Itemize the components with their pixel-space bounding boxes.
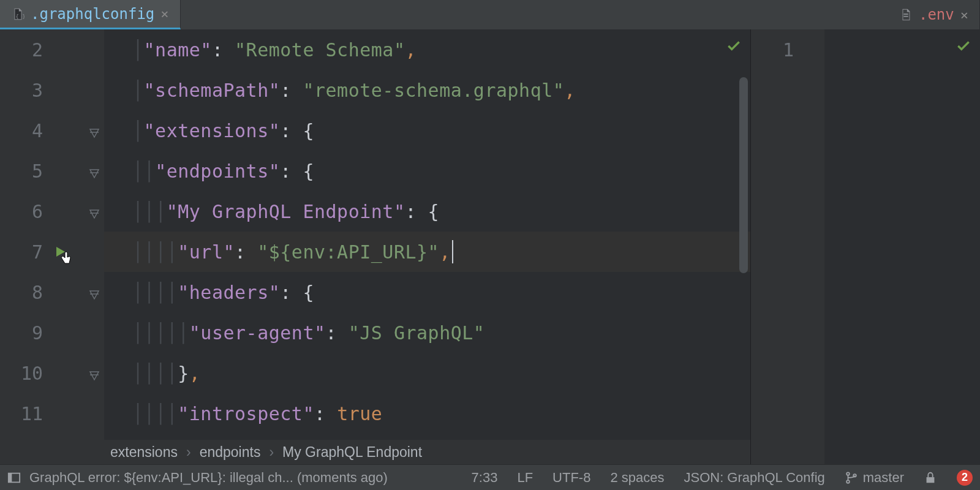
code-line[interactable]: │ "schemaPath": "remote-schema.graphql", xyxy=(104,70,750,110)
tab-label: .graphqlconfig xyxy=(31,6,154,23)
line-number[interactable]: 6 xyxy=(0,191,104,232)
chevron-right-icon: › xyxy=(269,444,274,461)
code-line[interactable]: │ │ │ │ "introspect": true xyxy=(104,393,750,434)
code-line[interactable]: │ │ │ │ │ "user-agent": "JS GraphQL" xyxy=(104,312,750,353)
lock-icon[interactable] xyxy=(924,471,937,484)
code-line[interactable]: │ "name": "Remote Schema", xyxy=(104,29,750,70)
svg-point-10 xyxy=(846,472,850,475)
line-number[interactable]: 4 xyxy=(0,110,104,151)
branch-icon xyxy=(845,471,858,484)
svg-rect-1 xyxy=(903,13,908,15)
scrollbar[interactable] xyxy=(739,77,748,273)
tool-window-icon[interactable] xyxy=(7,471,21,484)
line-number[interactable]: 5 xyxy=(0,151,104,191)
status-git-branch[interactable]: master xyxy=(845,470,904,486)
fold-icon[interactable] xyxy=(88,285,100,299)
branch-name: master xyxy=(863,470,904,486)
svg-text:{ }: { } xyxy=(15,13,24,20)
inspection-ok-icon[interactable] xyxy=(956,38,971,56)
tab-graphqlconfig[interactable]: { } .graphqlconfig × xyxy=(0,0,181,29)
status-error-message[interactable]: GraphQL error: ${env:API_URL}: illegal c… xyxy=(29,470,388,486)
line-number[interactable]: 7 xyxy=(0,232,104,272)
code-line[interactable]: │ │ │ │ "headers": { xyxy=(104,272,750,312)
file-icon: { } xyxy=(11,7,24,21)
code-line[interactable]: │ │ │ "My GraphQL Endpoint": { xyxy=(104,191,750,232)
fold-icon[interactable] xyxy=(88,164,100,178)
close-icon[interactable]: × xyxy=(960,7,968,23)
tab-bar: { } .graphqlconfig × .env × xyxy=(0,0,980,29)
status-indent[interactable]: 2 spaces xyxy=(610,470,664,486)
gutter[interactable]: 234567891011 xyxy=(0,29,104,440)
tab-env[interactable]: .env × xyxy=(888,0,980,29)
status-bar: GraphQL error: ${env:API_URL}: illegal c… xyxy=(0,464,980,490)
fold-icon[interactable] xyxy=(88,205,100,218)
line-number[interactable]: 9 xyxy=(0,312,104,353)
file-icon xyxy=(899,8,913,21)
code-editor[interactable]: │ "name": "Remote Schema",│ "schemaPath"… xyxy=(104,29,750,440)
line-number[interactable]: 1 xyxy=(751,29,824,70)
close-icon[interactable]: × xyxy=(160,6,168,21)
code-editor[interactable] xyxy=(824,29,980,464)
tab-label: .env xyxy=(919,6,954,23)
code-line[interactable]: │ │ │ │ "url": "${env:API_URL}", xyxy=(104,232,750,272)
fold-icon[interactable] xyxy=(88,124,100,137)
breadcrumb-item[interactable]: extensions xyxy=(110,444,178,461)
editor-pane-left: 234567891011 │ "name": "Remote Schema",│… xyxy=(0,29,751,464)
breadcrumb[interactable]: extensions›endpoints›My GraphQL Endpoint xyxy=(0,440,750,464)
svg-rect-13 xyxy=(927,477,935,483)
fold-icon[interactable] xyxy=(88,366,100,380)
status-caret-position[interactable]: 7:33 xyxy=(472,470,498,486)
editor-split: 234567891011 │ "name": "Remote Schema",│… xyxy=(0,29,980,464)
line-number[interactable]: 3 xyxy=(0,70,104,110)
chevron-right-icon: › xyxy=(186,444,191,461)
line-number[interactable]: 2 xyxy=(0,29,104,70)
error-count-badge[interactable]: 2 xyxy=(957,470,973,486)
svg-point-11 xyxy=(846,480,850,483)
cursor-hand-icon xyxy=(59,249,77,272)
code-line[interactable]: │ │ │ │ }, xyxy=(104,353,750,393)
svg-rect-2 xyxy=(903,16,908,17)
line-number[interactable]: 11 xyxy=(0,393,104,434)
gutter[interactable]: 1 xyxy=(751,29,824,464)
inspection-ok-icon[interactable] xyxy=(726,38,742,56)
editor-pane-right: 1 xyxy=(751,29,980,464)
status-language[interactable]: JSON: GraphQL Config xyxy=(684,470,824,486)
svg-rect-9 xyxy=(9,473,12,482)
breadcrumb-item[interactable]: endpoints xyxy=(200,444,261,461)
code-line[interactable]: │ "extensions": { xyxy=(104,110,750,151)
status-line-ending[interactable]: LF xyxy=(517,470,533,486)
line-number[interactable]: 8 xyxy=(0,272,104,312)
code-line[interactable]: │ │ "endpoints": { xyxy=(104,151,750,191)
status-encoding[interactable]: UTF-8 xyxy=(552,470,590,486)
line-number[interactable]: 10 xyxy=(0,353,104,393)
breadcrumb-item[interactable]: My GraphQL Endpoint xyxy=(282,444,422,461)
